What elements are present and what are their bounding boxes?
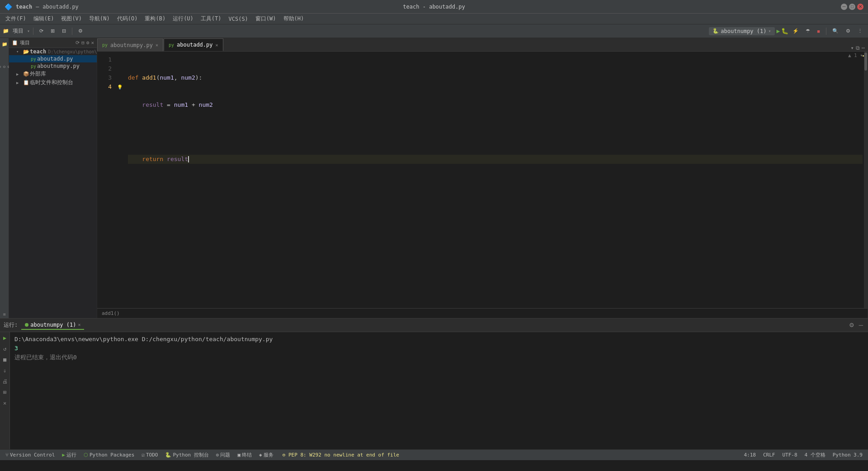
menu-navigate[interactable]: 导航(N) <box>85 14 113 24</box>
run-config-dropdown[interactable]: ▾ <box>768 29 771 33</box>
file-tree: 📋 项目 ⟳ ⊟ ⚙ ✕ ▾ 📂 teach D:\chengxu\python… <box>9 38 97 318</box>
more-tabs-icon[interactable]: ⋯ <box>862 45 865 51</box>
line-separator[interactable]: CRLF <box>761 452 777 458</box>
menu-run[interactable]: 运行(U) <box>169 14 197 24</box>
tree-header-icons: ⟳ ⊟ ⚙ ✕ <box>75 40 94 46</box>
recent-files-icon[interactable]: ▾ <box>851 45 854 51</box>
tab-aboutnumpy[interactable]: py aboutnumpy.py ✕ <box>97 38 163 51</box>
problems-status[interactable]: ⊙ 问题 <box>214 452 232 458</box>
gutter: 💡 <box>115 52 124 308</box>
run-action-close[interactable]: ✕ <box>1 399 9 407</box>
run-action-rerun[interactable]: ↺ <box>1 345 9 353</box>
run-action-scroll-end[interactable]: ⇓ <box>1 366 9 375</box>
tab-status-dot <box>25 323 28 327</box>
todo-status[interactable]: ☑ TODO <box>140 452 160 458</box>
tree-temp-files[interactable]: ▶ 📋 临时文件和控制台 <box>9 78 97 87</box>
problems-icon: ⊙ <box>216 452 219 458</box>
indent-status[interactable]: 4 个空格 <box>803 452 827 458</box>
menu-window[interactable]: 窗口(W) <box>252 14 280 24</box>
todo-icon: ☑ <box>142 452 145 458</box>
menu-view[interactable]: 视图(V) <box>57 14 85 24</box>
tab-close-icon[interactable]: ✕ <box>156 43 158 48</box>
bulb-icon[interactable]: 💡 <box>117 85 123 90</box>
tree-file-aboutnumpy[interactable]: py aboutnumpy.py <box>9 62 97 70</box>
toolbar-dropdown-icon[interactable]: ▾ <box>27 29 30 33</box>
more-button[interactable]: ⋮ <box>855 27 865 35</box>
minimize-button[interactable]: ─ <box>841 4 847 10</box>
run-button[interactable]: ▶ <box>777 28 780 34</box>
tree-sync-icon[interactable]: ⟳ <box>75 40 80 46</box>
menu-code[interactable]: 代码(O) <box>113 14 142 24</box>
panel-minimize-btn[interactable]: ─ <box>858 322 864 328</box>
tree-root-path: D:\chengxu\python\teach <box>48 49 97 54</box>
run-status[interactable]: ▶ 运行 <box>60 452 78 458</box>
tab-aboutadd[interactable]: py aboutadd.py ✕ <box>164 38 223 51</box>
sep3 <box>826 28 826 35</box>
terminal-status[interactable]: ▣ 终结 <box>236 452 254 458</box>
kw-def: def <box>128 73 142 82</box>
menu-tools[interactable]: 工具(T) <box>197 14 225 24</box>
menu-vcs[interactable]: VCS(S) <box>225 15 252 23</box>
run-actions: ▶ 🐛 ⚡ ☂ ■ <box>777 27 823 35</box>
menu-edit[interactable]: 编辑(E) <box>30 14 58 24</box>
run-action-play[interactable]: ▶ <box>1 334 9 342</box>
vcs-status[interactable]: ⑂ Version Control <box>4 452 57 458</box>
scroll-thumb <box>864 52 867 71</box>
sidebar-structure-icon[interactable]: ≡ <box>0 310 9 318</box>
tree-root[interactable]: ▾ 📂 teach D:\chengxu\python\teach <box>9 48 97 55</box>
tree-settings-icon[interactable]: ⚙ <box>86 40 90 46</box>
stop-button[interactable]: ■ <box>814 28 823 35</box>
run-action-stop[interactable]: ■ <box>1 356 9 364</box>
vcs-icon: ⑂ <box>5 452 9 458</box>
tab-close-icon2[interactable]: ✕ <box>216 43 218 48</box>
tree-ext-libs[interactable]: ▶ 📦 外部库 <box>9 70 97 78</box>
toolbar-expand-btn[interactable]: ⊞ <box>48 27 57 35</box>
run-action-print[interactable]: 🖨 <box>1 377 9 385</box>
settings-button[interactable]: ⚙ <box>843 27 853 35</box>
toolbar-sync-btn[interactable]: ⟳ <box>37 27 46 35</box>
run-tab-aboutnumpy[interactable]: aboutnumpy (1) ✕ <box>21 321 84 330</box>
plus-op: + <box>188 100 198 109</box>
debug-button[interactable]: 🐛 <box>781 28 788 34</box>
packages-status[interactable]: ⬡ Python Packages <box>82 452 136 458</box>
tab-label: aboutnumpy.py <box>110 42 153 48</box>
maximize-button[interactable]: □ <box>849 4 855 10</box>
toolbar-collapse-btn[interactable]: ⊟ <box>59 27 69 35</box>
menu-refactor[interactable]: 重构(B) <box>141 14 169 24</box>
python-console-status[interactable]: 🐍 Python 控制台 <box>163 452 210 458</box>
services-status[interactable]: ◈ 服务 <box>257 452 275 458</box>
coverage-button[interactable]: ☂ <box>803 27 813 35</box>
toolbar-settings-btn[interactable]: ⚙ <box>75 27 85 35</box>
tree-file-aboutadd[interactable]: py aboutadd.py <box>9 55 97 62</box>
code-content[interactable]: def add1(num1, num2): result = num1 + nu… <box>124 52 868 308</box>
sidebar-project-icon[interactable]: 📁 <box>0 40 9 48</box>
split-editor-icon[interactable]: ⧉ <box>856 45 860 51</box>
profile-button[interactable]: ⚡ <box>790 27 802 35</box>
cursor-position[interactable]: 4:18 <box>742 452 758 458</box>
python-console-icon: 🐍 <box>165 452 171 458</box>
run-tab-close[interactable]: ✕ <box>78 322 80 327</box>
menu-file[interactable]: 文件(F) <box>2 14 30 24</box>
warning-message[interactable]: ⊖ PEP 8: W292 no newline at end of file <box>283 452 399 458</box>
menu-help[interactable]: 帮助(H) <box>280 14 308 24</box>
run-label: 运行: <box>4 321 18 329</box>
code-editor: 1 2 3 4 💡 def add1(num1, num2): result =… <box>97 52 868 308</box>
run-action-bar: ▶ ↺ ■ ⇓ 🖨 ⊞ ✕ <box>0 332 10 449</box>
run-action-settings[interactable]: ⊞ <box>1 388 9 396</box>
run-panel-content: D:\Anaconda3\envs\newenv\python.exe D:/c… <box>10 332 868 449</box>
editor-scrollbar[interactable] <box>864 52 868 308</box>
tree-header-icon: 📋 <box>12 40 18 46</box>
project-label: 项目 <box>11 27 25 35</box>
tree-hide-icon[interactable]: ✕ <box>91 40 94 46</box>
var-num2: num2 <box>199 100 213 109</box>
python-version-status[interactable]: Python 3.9 <box>831 452 864 458</box>
search-button[interactable]: 🔍 <box>830 27 841 35</box>
panel-settings-btn[interactable]: ⚙ <box>848 322 856 328</box>
close-button[interactable]: ✕ <box>857 4 863 10</box>
sidebar-bookmark-icon[interactable]: Boo <box>1 58 8 76</box>
encoding-status[interactable]: UTF-8 <box>780 452 799 458</box>
window-title: teach - aboutadd.py <box>403 4 465 10</box>
tree-arrow: ▾ <box>16 49 23 54</box>
code-line-1: def add1(num1, num2): <box>128 73 864 82</box>
tree-collapse-icon[interactable]: ⊟ <box>81 40 85 46</box>
